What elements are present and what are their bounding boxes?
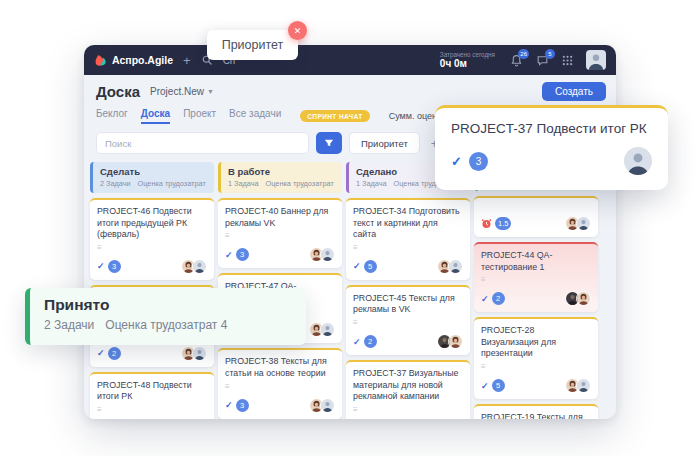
app-window: Аспро.Agile + Сп Затрачено сегодня 0ч 0м bbox=[84, 45, 616, 419]
check-icon: ✓ bbox=[451, 154, 462, 169]
accepted-estimate: Оценка трудозатрат 4 bbox=[105, 318, 227, 332]
check-icon: ✓ bbox=[481, 381, 489, 391]
task-title: PROJECT-40 Баннер для рекламы VK bbox=[225, 206, 335, 229]
page-title: Доска bbox=[96, 83, 140, 100]
funnel-icon bbox=[324, 138, 334, 148]
task-card[interactable]: PROJECT-48 Подвести итоги РК ≡ ✓ 2 bbox=[90, 372, 214, 419]
task-card[interactable]: PROJECT-46 Подвести итоги предыдущей РК … bbox=[90, 198, 214, 280]
estimate-badge: 3 bbox=[236, 248, 249, 261]
avatar bbox=[576, 291, 591, 306]
task-title bbox=[481, 204, 591, 216]
estimate-badge: 3 bbox=[469, 152, 488, 171]
project-selector[interactable]: Project.New ▼ bbox=[150, 86, 214, 97]
task-title: PROJECT-45 Тексты для рекламы в VK bbox=[353, 293, 463, 316]
project-name: Project.New bbox=[150, 86, 204, 97]
task-title: PROJECT-44 QA-тестирование 1 bbox=[481, 250, 591, 273]
column-task-count: 1 Задача bbox=[228, 179, 259, 188]
description-icon: ≡ bbox=[225, 232, 335, 240]
time-tracked-label: Затрачено сегодня bbox=[440, 51, 495, 58]
estimate-badge: 2 bbox=[364, 335, 377, 348]
column-estimate: Оценка трудозатрат 4 bbox=[138, 179, 207, 188]
description-icon: ≡ bbox=[97, 244, 207, 252]
chevron-down-icon: ▼ bbox=[207, 88, 214, 95]
description-icon: ≡ bbox=[353, 244, 463, 252]
avatar bbox=[448, 334, 463, 349]
notifications-button[interactable]: 26 bbox=[510, 54, 523, 67]
check-icon: ✓ bbox=[225, 250, 233, 260]
deadline-icon bbox=[481, 218, 492, 229]
tab-all-tasks[interactable]: Все задачи bbox=[229, 108, 281, 124]
user-avatar[interactable] bbox=[586, 50, 606, 70]
description-icon: ≡ bbox=[225, 383, 335, 391]
tab-project[interactable]: Проект bbox=[183, 108, 216, 124]
apps-grid-button[interactable] bbox=[562, 55, 573, 66]
task-card[interactable]: PROJECT-34 Подготовить текст и картинки … bbox=[346, 198, 470, 280]
time-tracked: Затрачено сегодня 0ч 0м bbox=[440, 51, 495, 70]
column-header-in-progress[interactable]: В работе 1 Задача Оценка трудозатрат 3 bbox=[218, 162, 342, 193]
notifications-badge: 26 bbox=[518, 49, 529, 59]
description-icon: ≡ bbox=[481, 276, 591, 284]
sprint-status-badge: СПРИНТ НАЧАТ bbox=[300, 110, 369, 122]
task-card[interactable]: PROJECT-45 Тексты для рекламы в VK ≡ ✓ 2 bbox=[346, 285, 470, 355]
messages-button[interactable]: 5 bbox=[536, 54, 549, 67]
column-accepted: 1.5 PROJECT-44 QA-тестирование 1 ≡ ✓ 2 bbox=[474, 162, 598, 419]
priority-filter-chip[interactable]: Приоритет bbox=[349, 132, 420, 154]
estimate-badge: 2 bbox=[108, 347, 121, 360]
task-card[interactable]: PROJECT-28 Визуализация для презентации … bbox=[474, 317, 598, 399]
close-icon[interactable]: ✕ bbox=[288, 21, 307, 40]
check-icon: ✓ bbox=[481, 294, 489, 304]
column-task-count: 2 Задачи bbox=[100, 179, 131, 188]
check-icon: ✓ bbox=[353, 261, 361, 271]
task-popup-card[interactable]: PROJECT-37 Подвести итог РК ✓ 3 bbox=[435, 105, 668, 190]
priority-tooltip: Приоритет ✕ bbox=[207, 30, 298, 60]
top-navigation-bar: Аспро.Agile + Сп Затрачено сегодня 0ч 0м bbox=[84, 45, 616, 75]
task-card[interactable]: 1.5 bbox=[474, 196, 598, 237]
avatar bbox=[320, 398, 335, 413]
avatar bbox=[320, 322, 335, 337]
column-header-todo[interactable]: Сделать 2 Задачи Оценка трудозатрат 4 bbox=[90, 162, 214, 193]
avatar bbox=[192, 259, 207, 274]
task-title: PROJECT-46 Подвести итоги предыдущей РК … bbox=[97, 206, 207, 241]
column-done: Сделано 1 Задача Оценка трудозатрат PROJ… bbox=[346, 162, 470, 419]
description-icon: ≡ bbox=[481, 363, 591, 371]
check-icon: ✓ bbox=[97, 261, 105, 271]
task-title: PROJECT-38 Тексты для статьи на основе т… bbox=[225, 356, 335, 379]
task-card[interactable]: PROJECT-37 Визуальные материалы для ново… bbox=[346, 360, 470, 419]
check-icon: ✓ bbox=[225, 400, 233, 410]
time-tracked-value: 0ч 0м bbox=[440, 58, 495, 70]
avatar bbox=[576, 378, 591, 393]
create-button[interactable]: Создать bbox=[542, 82, 606, 101]
check-icon: ✓ bbox=[353, 337, 361, 347]
task-title: PROJECT-37 Визуальные материалы для ново… bbox=[353, 368, 463, 403]
avatar bbox=[576, 216, 591, 231]
task-title: PROJECT-34 Подготовить текст и картинки … bbox=[353, 206, 463, 241]
accepted-title: Принято bbox=[44, 296, 292, 314]
description-icon: ≡ bbox=[353, 319, 463, 327]
estimate-badge: 5 bbox=[492, 379, 505, 392]
task-popup-title: PROJECT-37 Подвести итог РК bbox=[451, 121, 652, 136]
search-input[interactable] bbox=[96, 132, 309, 154]
avatar bbox=[320, 247, 335, 262]
avatar bbox=[192, 346, 207, 361]
task-card[interactable]: PROJECT-19 Тексты для рекламы VK ≡ ✓ 5 bbox=[474, 404, 598, 419]
flame-logo-icon bbox=[94, 54, 107, 67]
page: Аспро.Agile + Сп Затрачено сегодня 0ч 0м bbox=[0, 0, 700, 456]
app-logo: Аспро.Agile bbox=[94, 54, 173, 67]
app-name: Аспро.Agile bbox=[112, 54, 173, 66]
description-icon: ≡ bbox=[97, 406, 207, 414]
task-card[interactable]: PROJECT-38 Тексты для статьи на основе т… bbox=[218, 348, 342, 418]
add-icon[interactable]: + bbox=[183, 54, 191, 67]
task-card[interactable]: PROJECT-40 Баннер для рекламы VK ≡ ✓ 3 bbox=[218, 198, 342, 268]
description-icon: ≡ bbox=[353, 406, 463, 414]
messages-badge: 5 bbox=[545, 49, 555, 59]
accepted-column-popup: Принято 2 Задачи Оценка трудозатрат 4 bbox=[25, 288, 306, 345]
grid-icon bbox=[562, 55, 573, 66]
tab-board[interactable]: Доска bbox=[141, 108, 170, 124]
check-icon: ✓ bbox=[97, 348, 105, 358]
estimate-badge: 5 bbox=[364, 260, 377, 273]
task-card-alert[interactable]: PROJECT-44 QA-тестирование 1 ≡ ✓ 2 bbox=[474, 242, 598, 312]
estimate-badge: 2 bbox=[492, 292, 505, 305]
column-task-count: 1 Задача bbox=[356, 179, 387, 188]
filter-button[interactable] bbox=[316, 132, 342, 154]
tab-backlog[interactable]: Беклог bbox=[96, 108, 128, 124]
